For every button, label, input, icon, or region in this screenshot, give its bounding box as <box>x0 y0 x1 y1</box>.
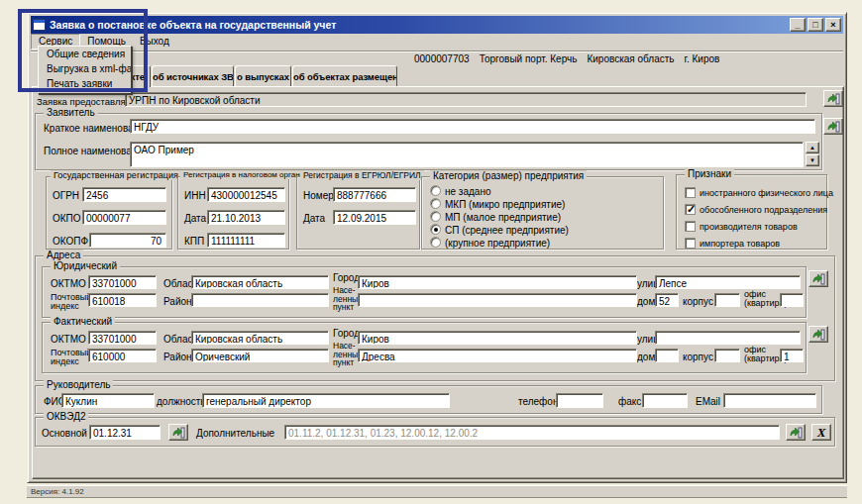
postal-label: Почтовый индекс <box>51 349 88 366</box>
house-label: дом <box>637 352 655 362</box>
oktmo-label: ОКТМО <box>51 334 86 345</box>
phone-field[interactable] <box>556 393 603 408</box>
short-name-pick-button[interactable] <box>823 118 843 135</box>
tax-date-field[interactable]: 21.10.2013 <box>207 210 285 225</box>
scroll-up-icon[interactable]: ▲ <box>806 142 819 153</box>
radio-icon <box>430 211 441 222</box>
tab-disposal-objects[interactable]: об объектах размещения <box>292 65 397 86</box>
tab-emission-sources[interactable]: об источниках ЗВ <box>152 65 234 86</box>
inn-field[interactable]: 430000012545 <box>207 187 285 202</box>
addresses-legend: Адреса <box>44 250 83 260</box>
actual-region-field[interactable]: Кировская область <box>191 331 329 345</box>
okved-additional-field[interactable]: 01.11.2, 01.12.31, 01.23, 12.00.12, 12.0… <box>284 425 780 440</box>
city-label: Город <box>333 272 360 283</box>
tab-releases[interactable]: о выпусках <box>235 65 291 86</box>
pick-from-dictionary-icon <box>790 427 803 439</box>
state-registration-legend: Государственная регистрация <box>51 170 181 180</box>
legal-oktmo-field[interactable]: 33701000 <box>88 275 157 289</box>
actual-address-pick-button[interactable] <box>808 326 828 343</box>
settlement-label: Насе- ленный пункт <box>333 286 359 312</box>
actual-house-field[interactable] <box>655 349 679 362</box>
legal-street-field[interactable]: Лепсе <box>655 275 801 289</box>
radio-label: (крупное предприятие) <box>445 238 550 249</box>
submitted-to-pick-button[interactable] <box>823 90 843 107</box>
actual-oktmo-field[interactable]: 33701000 <box>88 331 157 345</box>
category-legend: Категория (размер) предприятия <box>430 170 587 181</box>
legal-city-field[interactable]: Киров <box>358 275 637 289</box>
scroll-down-icon[interactable]: ▼ <box>806 154 819 166</box>
ogrn-label: ОГРН <box>53 190 79 201</box>
version-text: Версия: 4.1.92 <box>27 486 847 496</box>
email-field[interactable] <box>723 393 816 408</box>
tab-content-panel: Заявка предоставляется: УРПН по Кировско… <box>32 86 844 479</box>
clear-x-icon: X <box>817 426 826 439</box>
ogrn-field[interactable]: 2456 <box>82 187 166 202</box>
okved-legend: ОКВЭД2 <box>44 411 88 422</box>
addresses-groupbox: Адреса Юридический ОКТМО 33701000 Област… <box>35 255 835 381</box>
legal-house-field[interactable]: 52 <box>655 293 679 307</box>
restore-button[interactable]: □ <box>808 18 823 32</box>
building-label: корпус <box>683 352 713 362</box>
full-name-field[interactable]: ОАО Пример <box>130 142 804 167</box>
fax-field[interactable] <box>642 393 688 408</box>
minimize-button[interactable]: _ <box>790 18 806 32</box>
legal-address-pick-button[interactable] <box>808 270 828 287</box>
legal-postal-field[interactable]: 610018 <box>88 293 157 307</box>
checkbox-icon <box>685 238 696 249</box>
radio-label: МП (малое предприятие) <box>445 212 561 223</box>
actual-settlement-field[interactable]: Дресва <box>358 349 637 362</box>
kpp-field[interactable]: 111111111 <box>207 233 285 248</box>
director-groupbox: Руководитель ФИО Куклин должность генера… <box>35 385 822 414</box>
egrul-date-field[interactable]: 12.09.2015 <box>333 210 416 225</box>
oktmo-label: ОКТМО <box>51 278 86 289</box>
object-header: 0000007703 Торговый порт. Керчь Кировска… <box>414 53 719 65</box>
legal-address-legend: Юридический <box>51 260 120 271</box>
okopf-field[interactable]: 70 <box>89 233 166 248</box>
actual-postal-field[interactable]: 610000 <box>88 349 157 362</box>
legal-district-field[interactable] <box>191 293 329 307</box>
pick-from-dictionary-icon <box>827 93 840 105</box>
legal-settlement-field[interactable] <box>358 293 637 307</box>
actual-building-field[interactable] <box>714 349 740 362</box>
radio-label: не задано <box>445 186 491 197</box>
actual-address-legend: Фактический <box>51 316 115 327</box>
actual-office-field[interactable]: 1 <box>780 349 804 362</box>
city-label: Город <box>333 328 360 339</box>
radio-icon <box>430 185 441 196</box>
okopf-label: ОКОПФ <box>53 236 88 247</box>
legal-building-field[interactable] <box>714 293 740 307</box>
okved-main-field[interactable]: 01.12.31 <box>89 425 161 440</box>
okpo-field[interactable]: 00000077 <box>82 210 166 225</box>
actual-street-field[interactable] <box>655 331 801 345</box>
fio-field[interactable]: Куклин <box>61 393 155 408</box>
actual-district-field[interactable]: Оричевский <box>191 349 329 362</box>
legal-region-field[interactable]: Кировская область <box>191 275 329 289</box>
okved-main-label: Основной <box>42 428 87 439</box>
tax-registration-groupbox: Регистрация в налоговом органе ИНН 43000… <box>177 176 289 250</box>
radio-icon <box>430 237 441 248</box>
position-field[interactable]: генеральный директор <box>202 393 450 408</box>
short-name-field[interactable]: НГДУ <box>130 119 815 134</box>
director-legend: Руководитель <box>44 379 113 390</box>
menu-bar: Сервис Помощь Выход <box>31 34 843 50</box>
checkbox-label: обособленного подразделения <box>700 205 827 215</box>
fax-label: факс <box>618 396 641 407</box>
annotation-highlight-box <box>18 9 148 92</box>
object-region: Кировская область <box>587 53 674 65</box>
close-button[interactable]: × <box>825 18 841 32</box>
actual-city-field[interactable]: Киров <box>358 331 637 345</box>
checkbox-label: производителя товаров <box>700 222 798 232</box>
egrul-number-label: Номер <box>303 190 334 201</box>
okved-main-pick-button[interactable] <box>168 424 188 441</box>
egrul-number-field[interactable]: 888777666 <box>333 187 416 202</box>
okved-clear-button[interactable]: X <box>811 424 831 441</box>
radio-icon <box>430 198 441 209</box>
okved-additional-pick-button[interactable] <box>786 424 806 441</box>
object-name: Торговый порт. Керчь <box>480 53 578 65</box>
title-bar[interactable]: Заявка о постановке объекта на государст… <box>31 16 843 34</box>
okved-additional-label: Дополнительные <box>196 428 274 439</box>
submitted-to-field[interactable]: УРПН по Кировской области <box>125 92 807 107</box>
legal-office-field[interactable] <box>780 293 804 307</box>
phone-label: телефон <box>518 396 558 407</box>
pick-from-dictionary-icon <box>812 329 825 341</box>
